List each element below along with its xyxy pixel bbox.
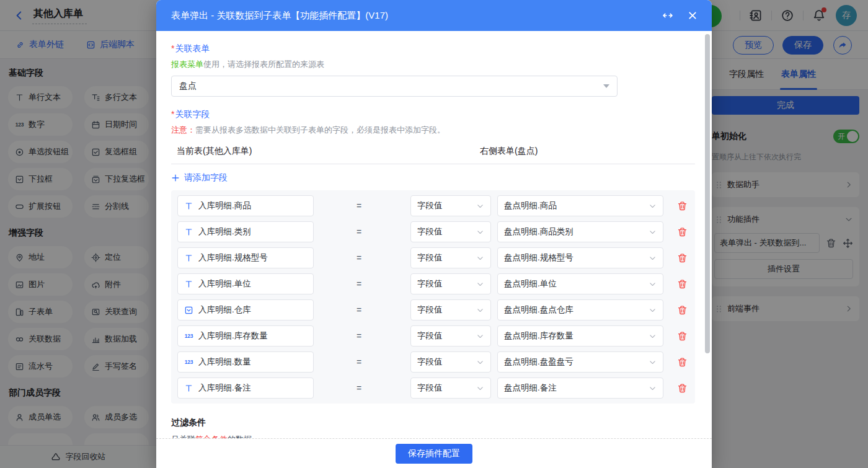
chevron-down-icon [649,280,657,288]
link-form-label: *关联表单 [171,43,695,55]
left-field-input[interactable]: 入库明细.规格型号 [177,247,314,268]
right-field-select[interactable]: 盘点明细.备注 [497,377,663,399]
mapping-row: 入库明细.单位 = 字段值 盘点明细.单位 [177,273,689,294]
chevron-down-icon [476,384,484,392]
chevron-down-icon [476,358,484,366]
left-field-input[interactable]: 入库明细.仓库 [177,299,314,320]
chevron-down-icon [476,202,484,210]
equals-sign: = [353,383,365,393]
left-field-input[interactable]: 123 入库明细.数量 [177,351,314,373]
chevron-down-icon [476,306,484,314]
plus-icon [171,174,180,182]
mode-value: 字段值 [417,304,472,316]
chevron-down-icon [476,254,484,262]
right-field-value: 盘点明细.库存数量 [504,330,645,342]
delete-row-icon[interactable] [677,331,688,342]
right-field-select[interactable]: 盘点明细.单位 [497,273,663,294]
chevron-down-icon [649,358,657,366]
mode-select[interactable]: 字段值 [410,247,491,268]
divider [171,164,695,164]
add-field-link[interactable]: 请添加字段 [171,172,228,183]
mode-select[interactable]: 字段值 [410,325,491,347]
delete-row-icon[interactable] [677,227,688,237]
delete-row-icon[interactable] [677,253,688,263]
right-field-select[interactable]: 盘点明细.规格型号 [497,247,663,268]
equals-sign: = [353,279,365,289]
chevron-down-icon [476,332,484,340]
save-plugin-config-button[interactable]: 保存插件配置 [396,444,472,464]
mode-value: 字段值 [417,278,472,289]
left-field-input[interactable]: 入库明细.单位 [177,273,314,294]
left-field-input[interactable]: 123 入库明细.库存数量 [177,325,314,347]
field-type-icon [184,306,193,315]
delete-row-icon[interactable] [677,279,688,289]
link-fields-label: *关联字段 [171,109,695,120]
left-field-value: 入库明细.单位 [198,278,251,289]
mode-value: 字段值 [417,226,472,237]
mapping-row: 入库明细.规格型号 = 字段值 盘点明细.规格型号 [177,247,689,268]
plugin-config-modal: 表单弹出 - 关联数据到子表单【功能插件配置】(V17) *关联表单 报表菜单使… [156,0,712,468]
add-field-label: 请添加字段 [184,172,228,183]
equals-sign: = [353,227,365,237]
mode-value: 字段值 [417,356,472,368]
mode-select[interactable]: 字段值 [410,299,491,320]
chevron-down-icon [649,306,657,314]
equals-sign: = [353,305,365,315]
chevron-down-icon [649,228,657,236]
delete-row-icon[interactable] [677,305,688,316]
required-asterisk: * [171,43,174,53]
mapping-row: 123 入库明细.库存数量 = 字段值 盘点明细.库存数量 [177,325,689,347]
mode-value: 字段值 [417,252,472,263]
link-form-hint: 报表菜单使用，请选择报表所配置的来源表 [171,59,695,70]
left-field-value: 入库明细.备注 [198,382,251,394]
field-type-icon [184,280,193,289]
right-field-value: 盘点明细.盘盈盘亏 [504,356,645,368]
mapping-row: 入库明细.备注 = 字段值 盘点明细.备注 [177,377,689,399]
right-field-value: 盘点明细.商品 [504,200,645,211]
left-field-value: 入库明细.库存数量 [198,330,268,342]
mapping-row: 入库明细.仓库 = 字段值 盘点明细.盘点仓库 [177,299,689,320]
modal-body: *关联表单 报表菜单使用，请选择报表所配置的来源表 盘点 *关联字段 注意：需要… [156,31,712,438]
chevron-down-icon [476,280,484,288]
equals-sign: = [353,201,365,211]
field-type-icon [184,254,193,263]
right-field-value: 盘点明细.备注 [504,382,645,394]
mode-select[interactable]: 字段值 [410,273,491,294]
mode-select[interactable]: 字段值 [410,195,491,216]
delete-row-icon[interactable] [677,357,688,368]
right-field-select[interactable]: 盘点明细.盘盈盘亏 [497,351,663,373]
mapping-row: 123 入库明细.数量 = 字段值 盘点明细.盘盈盘亏 [177,351,689,373]
chevron-down-icon [649,254,657,262]
left-field-value: 入库明细.仓库 [198,304,251,316]
mode-select[interactable]: 字段值 [410,351,491,373]
left-field-value: 入库明细.类别 [198,226,251,237]
field-type-icon [184,227,193,237]
delete-row-icon[interactable] [677,383,688,394]
link-form-select[interactable]: 盘点 [171,76,618,97]
link-form-value: 盘点 [179,81,197,92]
field-type-icon [184,384,193,393]
left-field-value: 入库明细.商品 [198,200,251,211]
chevron-down-icon [476,228,484,236]
modal-scrollbar[interactable] [705,34,710,353]
right-field-select[interactable]: 盘点明细.盘点仓库 [497,299,663,320]
right-field-select[interactable]: 盘点明细.库存数量 [497,325,663,347]
mapping-columns-header: 当前表(其他入库单) 右侧表单(盘点) [171,146,695,158]
filter-title: 过滤条件 [171,417,695,428]
right-field-select[interactable]: 盘点明细.商品 [497,195,663,216]
left-field-input[interactable]: 入库明细.类别 [177,221,314,242]
mode-select[interactable]: 字段值 [410,377,491,399]
mode-select[interactable]: 字段值 [410,221,491,242]
left-field-input[interactable]: 入库明细.备注 [177,377,314,399]
delete-row-icon[interactable] [677,201,688,211]
equals-sign: = [353,331,365,341]
expand-icon[interactable] [662,10,673,21]
field-type-icon: 123 [184,358,193,367]
chevron-down-icon [649,332,657,340]
right-table-header: 右侧表单(盘点) [480,146,538,157]
close-icon[interactable] [687,10,698,21]
mapping-list: 入库明细.商品 = 字段值 盘点明细.商品 [171,190,695,404]
left-field-input[interactable]: 入库明细.商品 [177,195,314,216]
right-field-value: 盘点明细.商品类别 [504,226,645,237]
right-field-select[interactable]: 盘点明细.商品类别 [497,221,663,242]
